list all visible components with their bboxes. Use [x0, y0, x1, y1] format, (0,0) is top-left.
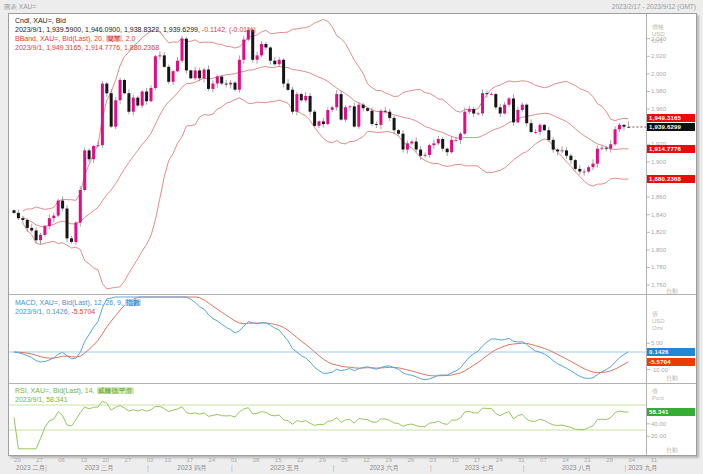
macd-value-label: 0.1426 — [647, 348, 695, 356]
price-axis-tick: 2,000 — [651, 71, 666, 77]
bband-middle-label: 1,914.7776 — [647, 145, 695, 153]
rsi-line — [14, 401, 628, 449]
chart-canvas[interactable] — [9, 14, 696, 455]
price-axis-tick: 1,800 — [651, 247, 666, 253]
time-axis-month-label: 2023 五月 — [270, 464, 299, 471]
time-axis-month-label: 2023 二月 — [16, 464, 45, 471]
time-axis-day-tick: 24 — [209, 457, 216, 463]
time-axis-day-tick: 10 — [164, 457, 171, 463]
bband-lower-line — [23, 98, 629, 289]
month-separator: | — [45, 464, 47, 471]
rsi-reference-lines — [9, 405, 646, 430]
time-axis-day-tick: 29 — [319, 457, 326, 463]
time-axis-month-label: 2023 三月 — [85, 464, 114, 471]
macd-axis-auto-button[interactable]: 自動 — [650, 375, 694, 381]
time-axis-month-label: 2023 九月 — [628, 464, 657, 471]
time-axis-month-label: 2023 四月 — [177, 464, 206, 471]
time-axis-day-tick: 17 — [186, 457, 193, 463]
month-separator: | — [147, 464, 149, 471]
time-axis-day-tick: 21 — [584, 457, 591, 463]
time-axis-day-tick: 03 — [430, 457, 437, 463]
price-axis-tick: 2,020 — [651, 53, 666, 59]
price-axis-tick: 1,860 — [651, 194, 666, 200]
rsi-axis-auto-button[interactable]: 自動 — [650, 447, 694, 453]
price-axis-tick: 1,980 — [651, 88, 666, 94]
price-axis-tick: 1,960 — [651, 106, 666, 112]
time-axis-day-tick: 07 — [540, 457, 547, 463]
price-axis-tick: 1,820 — [651, 229, 666, 235]
last-price-label: 1,939.6299 — [647, 123, 695, 131]
macd-axis-tick: -10.00 — [651, 367, 668, 373]
macd-signal-line — [14, 297, 628, 376]
rsi-axis-tick: 20.00 — [651, 433, 666, 439]
macd-axis-unit-label: Ozs — [652, 325, 663, 332]
time-axis-day-tick: 27 — [36, 457, 43, 463]
time-axis-day-tick: 01 — [231, 457, 238, 463]
price-axis-auto-button[interactable]: 自動 — [650, 288, 694, 294]
bband-middle-line — [23, 66, 629, 226]
macd-signal-label: -5.5704 — [647, 358, 695, 366]
bband-upper-label: 1,949.3165 — [647, 114, 695, 122]
rsi-axis-unit-label: 值 — [652, 388, 658, 395]
time-axis-day-tick: 20 — [14, 457, 21, 463]
bollinger-bands — [23, 20, 629, 290]
time-axis-month-label: 2023 七月 — [465, 464, 494, 471]
time-axis-day-tick: 31 — [518, 457, 525, 463]
macd-line — [14, 297, 628, 380]
chart-window: Cndl, XAU=, Bid 2023/9/1, 1,939.5900, 1,… — [8, 13, 697, 456]
macd-axis-unit-label: 值 — [652, 311, 658, 318]
month-separator: | — [624, 464, 626, 471]
chart-symbol-label: 圖表 XAU= — [4, 3, 36, 12]
bband-lower-label: 1,880.2368 — [647, 175, 695, 183]
time-axis-day-tick: 11 — [651, 457, 657, 463]
time-axis-day-tick: 24 — [496, 457, 503, 463]
price-axis-tick: 2,040 — [651, 36, 666, 42]
rsi-axis-tick: 40.00 — [651, 421, 666, 427]
time-axis-day-tick: 08 — [253, 457, 260, 463]
time-axis-day-tick: 26 — [407, 457, 414, 463]
window-header: 圖表 XAU= 2023/2/17 - 2023/9/12 (GMT) — [0, 0, 703, 13]
bband-upper-line — [23, 20, 629, 212]
date-range-label: 2023/2/17 - 2023/9/12 (GMT) — [612, 3, 696, 10]
trading-terminal-screen: { "header": { "left": "圖表 XAU=", "right"… — [0, 0, 703, 474]
time-axis-day-tick: 03 — [147, 457, 154, 463]
time-axis-month-label: 2023 八月 — [562, 464, 591, 471]
price-axis-tick: 1,780 — [651, 264, 666, 270]
macd-axis-unit-label: USD — [652, 318, 665, 325]
price-axis-tick: 1,840 — [651, 212, 666, 218]
time-axis-month-label: 2023 六月 — [370, 464, 399, 471]
time-axis-day-tick: 04 — [628, 457, 635, 463]
month-separator: | — [231, 464, 233, 471]
time-axis-day-tick: 15 — [275, 457, 282, 463]
time-axis: 2027061320270310172401081522290512192603… — [0, 456, 703, 474]
month-separator: | — [430, 464, 432, 471]
panel-borders — [9, 14, 696, 455]
month-separator: | — [333, 464, 335, 471]
time-axis-day-tick: 17 — [474, 457, 481, 463]
time-axis-day-tick: 13 — [80, 457, 87, 463]
rsi-value-label: 58.341 — [647, 408, 695, 416]
rsi-axis-unit-label: Pcnt — [652, 395, 664, 402]
time-axis-day-tick: 19 — [385, 457, 392, 463]
time-axis-day-tick: 27 — [125, 457, 132, 463]
time-axis-day-tick: 10 — [452, 457, 459, 463]
time-axis-day-tick: 20 — [102, 457, 109, 463]
time-axis-day-tick: 05 — [341, 457, 348, 463]
time-axis-day-tick: 12 — [363, 457, 370, 463]
price-axis-unit-label: 價格 — [652, 24, 664, 31]
macd-axis-tick: 5.00 — [651, 340, 663, 346]
time-axis-day-tick: 22 — [297, 457, 304, 463]
time-axis-day-tick: 06 — [58, 457, 65, 463]
month-separator: | — [523, 464, 525, 471]
price-axis-tick: 1,900 — [651, 159, 666, 165]
time-axis-day-tick: 28 — [606, 457, 613, 463]
time-axis-day-tick: 14 — [562, 457, 569, 463]
